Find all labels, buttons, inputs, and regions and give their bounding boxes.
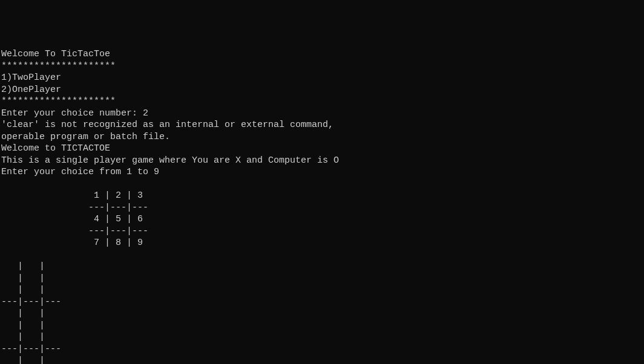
blank-line	[1, 178, 644, 190]
game-board-row: | |	[1, 261, 644, 273]
welcome-title: Welcome To TicTacToe	[1, 48, 644, 60]
blank-line	[1, 249, 644, 261]
reference-board-row-1: 1 | 2 | 3	[1, 190, 644, 202]
game-board-row: | |	[1, 320, 644, 332]
welcome-game: Welcome to TICTACTOE	[1, 143, 644, 155]
error-line-2: operable program or batch file.	[1, 131, 644, 143]
menu-option-1: 1)TwoPlayer	[1, 72, 644, 84]
game-board-row: | |	[1, 308, 644, 320]
choice-prompt-value: 2	[143, 108, 148, 119]
reference-board-row-2: 4 | 5 | 6	[1, 213, 644, 226]
game-board-divider: ---|---|---	[1, 296, 644, 308]
error-line-1: 'clear' is not recognized as an internal…	[1, 119, 644, 131]
reference-board-divider: ---|---|---	[1, 202, 644, 214]
divider: *********************	[1, 96, 644, 108]
menu-option-2: 2)OnePlayer	[1, 84, 644, 96]
divider: *********************	[1, 60, 644, 73]
game-board-divider: ---|---|---	[1, 343, 644, 356]
choice-range-prompt: Enter your choice from 1 to 9	[1, 166, 644, 178]
choice-prompt-label: Enter your choice number:	[1, 108, 143, 119]
reference-board-divider: ---|---|---	[1, 226, 644, 238]
game-board-row: | |	[1, 284, 644, 296]
choice-prompt-line: Enter your choice number: 2	[1, 108, 644, 120]
game-description: This is a single player game where You a…	[1, 155, 644, 167]
game-board-row: | |	[1, 273, 644, 285]
reference-board-row-3: 7 | 8 | 9	[1, 237, 644, 249]
game-board-row: | |	[1, 331, 644, 343]
game-board-row: | |	[1, 355, 644, 364]
